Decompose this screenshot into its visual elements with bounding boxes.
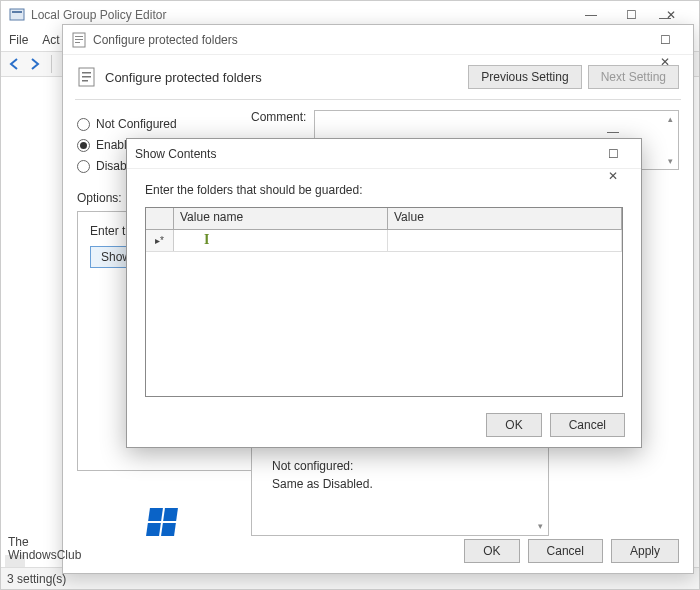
config-apply-button[interactable]: Apply bbox=[611, 539, 679, 563]
svg-rect-5 bbox=[75, 42, 80, 43]
cell-value-input[interactable] bbox=[388, 230, 622, 251]
svg-rect-3 bbox=[75, 36, 83, 37]
config-maximize-button[interactable]: ☐ bbox=[645, 29, 685, 51]
svg-rect-4 bbox=[75, 39, 83, 40]
scroll-up-icon[interactable]: ▴ bbox=[664, 113, 676, 125]
show-close-button[interactable]: ✕ bbox=[593, 165, 633, 187]
show-cancel-button[interactable]: Cancel bbox=[550, 413, 625, 437]
show-titlebar: Show Contents — ☐ ✕ bbox=[127, 139, 641, 169]
grid-header: Value name Value bbox=[146, 208, 622, 230]
grid-corner bbox=[146, 208, 174, 229]
policy-title: Configure protected folders bbox=[105, 70, 462, 85]
cell-valuename-input[interactable]: I bbox=[174, 230, 388, 251]
svg-rect-8 bbox=[82, 76, 91, 78]
config-header: Configure protected folders Previous Set… bbox=[63, 55, 693, 99]
show-ok-button[interactable]: OK bbox=[486, 413, 541, 437]
windows-logo-icon bbox=[148, 508, 176, 536]
gpedit-icon bbox=[9, 7, 25, 23]
radio-not-configured[interactable]: Not Configured bbox=[77, 117, 237, 131]
col-valuename[interactable]: Value name bbox=[174, 208, 388, 229]
status-text: 3 setting(s) bbox=[7, 572, 66, 586]
config-titlebar: Configure protected folders — ☐ ✕ bbox=[63, 25, 693, 55]
svg-rect-0 bbox=[10, 9, 24, 20]
previous-setting-button[interactable]: Previous Setting bbox=[468, 65, 581, 89]
svg-rect-9 bbox=[82, 80, 88, 82]
scroll-down-icon[interactable]: ▾ bbox=[534, 521, 546, 533]
show-maximize-button[interactable]: ☐ bbox=[593, 143, 633, 165]
grid-row-new[interactable]: ▸* I bbox=[146, 230, 622, 252]
config-ok-button[interactable]: OK bbox=[464, 539, 519, 563]
menu-file[interactable]: File bbox=[9, 33, 28, 47]
config-title: Configure protected folders bbox=[93, 33, 645, 47]
menu-action[interactable]: Act bbox=[42, 33, 59, 47]
scroll-down-icon[interactable]: ▾ bbox=[664, 155, 676, 167]
show-prompt: Enter the folders that should be guarded… bbox=[145, 183, 623, 197]
show-title: Show Contents bbox=[135, 147, 593, 161]
config-minimize-button[interactable]: — bbox=[645, 7, 685, 29]
radio-icon bbox=[77, 118, 90, 131]
new-row-marker: ▸* bbox=[146, 230, 174, 251]
watermark: The WindowsClub bbox=[8, 536, 81, 562]
config-cancel-button[interactable]: Cancel bbox=[528, 539, 603, 563]
radio-icon bbox=[77, 160, 90, 173]
show-minimize-button[interactable]: — bbox=[593, 121, 633, 143]
svg-rect-7 bbox=[82, 72, 91, 74]
show-contents-dialog: Show Contents — ☐ ✕ Enter the folders th… bbox=[126, 138, 642, 448]
folders-grid[interactable]: Value name Value ▸* I bbox=[145, 207, 623, 397]
main-title: Local Group Policy Editor bbox=[31, 8, 571, 22]
minimize-button[interactable]: — bbox=[571, 4, 611, 26]
policy-icon bbox=[71, 32, 87, 48]
svg-rect-1 bbox=[12, 11, 22, 13]
forward-icon[interactable] bbox=[27, 57, 43, 71]
next-setting-button: Next Setting bbox=[588, 65, 679, 89]
text-cursor-icon: I bbox=[204, 232, 209, 248]
col-value[interactable]: Value bbox=[388, 208, 622, 229]
radio-icon bbox=[77, 139, 90, 152]
back-icon[interactable] bbox=[7, 57, 23, 71]
policy-header-icon bbox=[77, 67, 97, 87]
